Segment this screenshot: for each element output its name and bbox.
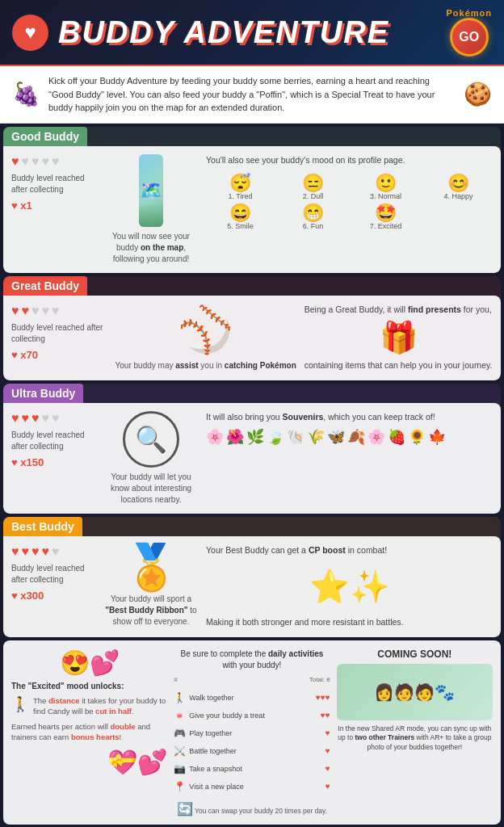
ultra-buddy-left: ♥ ♥ ♥ ♥ ♥ Buddy level reached after coll… (11, 411, 96, 506)
good-buddy-content: ♥ ♥ ♥ ♥ ♥ Buddy level reached after coll… (3, 146, 501, 273)
souvenir-5: 🐚 (287, 428, 304, 446)
treat-icon: 🍬 (174, 710, 186, 721)
great-buddy-content: ♥ ♥ ♥ ♥ ♥ Buddy level reached after coll… (3, 296, 501, 381)
swap-note: 🔄 You can swap your buddy 20 times per d… (174, 801, 330, 817)
activities-col-hash: # (174, 676, 177, 683)
heart-2: ♥ (22, 304, 30, 318)
good-buddy-desc: Buddy level reached after collecting (11, 173, 96, 195)
great-buddy-count: ♥ x70 (11, 349, 38, 361)
good-buddy-screenshot: 🗺️ (139, 154, 163, 227)
excited-label: 7. Excited (370, 222, 402, 230)
mood-tired: 😴 1. Tired (206, 174, 275, 200)
souvenir-4: 🍃 (267, 428, 284, 446)
fun-icon: 😁 (302, 204, 324, 222)
souvenir-8: 🍂 (347, 428, 365, 446)
ultra-buddy-middle: 🔍 Your buddy will let you know about int… (103, 411, 200, 506)
smile-label: 5. Smile (227, 222, 254, 230)
treat-hearts: ♥♥ (321, 711, 330, 720)
souvenir-grid: 🌸 🌺 🌿 🍃 🐚 🌾 🦋 🍂 🌸 🍓 🌻 🍁 (206, 428, 493, 446)
good-buddy-right-text: You'll also see your buddy's mood on its… (206, 154, 493, 167)
heart-1: ♥ (11, 411, 19, 426)
souvenir-7: 🦋 (327, 428, 345, 446)
great-buddy-right-text: Being a Great Buddy, it will find presen… (304, 304, 493, 317)
mood-excited: 🤩 7. Excited (351, 204, 420, 230)
excited-icon: 🤩 (375, 204, 397, 222)
tired-label: 1. Tired (228, 192, 252, 200)
good-buddy-right: You'll also see your buddy's mood on its… (206, 154, 493, 265)
treat-label: Give your buddy a treat (189, 712, 317, 720)
best-buddy-left: ♥ ♥ ♥ ♥ ♥ Buddy level reached after coll… (11, 544, 96, 629)
play-hearts: ♥ (326, 728, 330, 737)
heart-4: ♥ (42, 544, 50, 559)
coming-soon-image: 👩🧑🧑🐾 (337, 664, 493, 720)
good-buddy-section: Good Buddy ♥ ♥ ♥ ♥ ♥ Buddy level reached… (3, 127, 501, 273)
best-buddy-middle: 🏅 Your buddy will sport a "Best Buddy Ri… (103, 544, 200, 629)
visit-hearts: ♥ (326, 782, 330, 791)
battle-label: Battle together (189, 747, 321, 755)
ultra-buddy-hearts: ♥ ♥ ♥ ♥ ♥ (11, 411, 60, 426)
happy-label: 4. Happy (443, 192, 472, 200)
mood-happy: 😊 4. Happy (424, 174, 493, 200)
swap-icon: 🔄 (177, 802, 193, 816)
great-buddy-left: ♥ ♥ ♥ ♥ ♥ Buddy level reached after coll… (11, 304, 108, 373)
excited-title: The "Excited" mood unlocks: (11, 682, 167, 691)
mood-normal: 🙂 3. Normal (351, 174, 420, 200)
activity-visit: 📍 Visit a new place ♥ (174, 779, 330, 794)
battle-icon: ⚔️ (174, 745, 186, 757)
heart-2: ♥ (22, 154, 30, 169)
play-icon: 🎮 (174, 728, 186, 739)
souvenir-6: 🌾 (307, 428, 325, 446)
good-buddy-middle-text: You will now see your buddy on the map, … (103, 231, 200, 265)
best-buddy-desc: Buddy level reached after collecting (11, 563, 96, 586)
heart-3: ♥ (32, 411, 40, 426)
heart-3: ♥ (32, 304, 40, 318)
excited-item2: Earned hearts per action will double and… (11, 721, 167, 743)
excited-mood-section: 😍💕 The "Excited" mood unlocks: 🚶 The dis… (11, 649, 167, 817)
swap-text: You can swap your buddy 20 times per day… (195, 807, 327, 815)
visit-icon: 📍 (174, 781, 186, 792)
heart-3: ♥ (32, 154, 40, 169)
ultra-buddy-right: It will also bring you Souvenirs, which … (206, 411, 493, 506)
heart-3: ♥ (32, 544, 40, 559)
walk-label: Walk together (189, 694, 313, 702)
excited-mood-icon: 😍💕 (11, 649, 167, 677)
coming-soon-section: COMING SOON! 👩🧑🧑🐾 In the new Shared AR m… (337, 649, 493, 817)
walk-icon: 🚶 (11, 695, 29, 713)
great-buddy-section: Great Buddy ♥ ♥ ♥ ♥ ♥ Buddy level reache… (3, 276, 501, 381)
best-buddy-right-text2: Making it both stronger and more resista… (206, 616, 493, 629)
activities-section: Be sure to complete the daily activities… (174, 649, 330, 817)
great-buddy-desc: Buddy level reached after collecting (11, 322, 108, 345)
ultra-buddy-middle-text: Your buddy will let you know about inter… (103, 472, 200, 506)
activities-title: Be sure to complete the daily activities… (174, 649, 330, 671)
souvenir-3: 🌿 (246, 428, 264, 446)
visit-label: Visit a new place (189, 783, 321, 791)
heart-logo-icon: ♥ (12, 15, 48, 51)
snapshot-hearts: ♥ (326, 764, 330, 773)
coming-soon-title: COMING SOON! (337, 649, 493, 660)
souvenir-11: 🌻 (408, 428, 426, 446)
excited-item1: The distance it takes for your buddy to … (33, 695, 167, 717)
intro-text: Kick off your Buddy Adventure by feeding… (48, 74, 456, 115)
radar-icon: 🔍 (123, 411, 179, 468)
present-icon: 🎁 (304, 320, 493, 355)
cp-boost-icon: ⭐✨ (206, 568, 493, 606)
souvenir-10: 🍓 (388, 428, 405, 446)
best-buddy-hearts: ♥ ♥ ♥ ♥ ♥ (11, 544, 60, 559)
heart-2: ♥ (22, 411, 30, 426)
heart-5: ♥ (52, 304, 60, 318)
snapshot-icon: 📷 (174, 763, 186, 775)
smile-icon: 😄 (229, 204, 251, 222)
best-buddy-middle-text: Your buddy will sport a "Best Buddy Ribb… (103, 594, 200, 628)
souvenir-12: 🍁 (428, 428, 446, 446)
walk-icon: 🚶 (174, 692, 186, 703)
good-buddy-count: ♥ x1 (11, 199, 32, 212)
walk-hearts: ♥♥♥ (316, 693, 330, 702)
heart-4: ♥ (42, 304, 50, 318)
best-buddy-section: Best Buddy ♥ ♥ ♥ ♥ ♥ Buddy level reached… (3, 517, 501, 637)
poffin-icon: 🍪 (464, 81, 492, 107)
excited-item1-row: 🚶 The distance it takes for your buddy t… (11, 695, 167, 717)
dull-icon: 😑 (302, 174, 324, 192)
ultra-buddy-desc: Buddy level reached after collecting (11, 430, 96, 452)
dull-label: 2. Dull (303, 192, 324, 200)
pokeball-icon: ⚾ (178, 304, 233, 356)
